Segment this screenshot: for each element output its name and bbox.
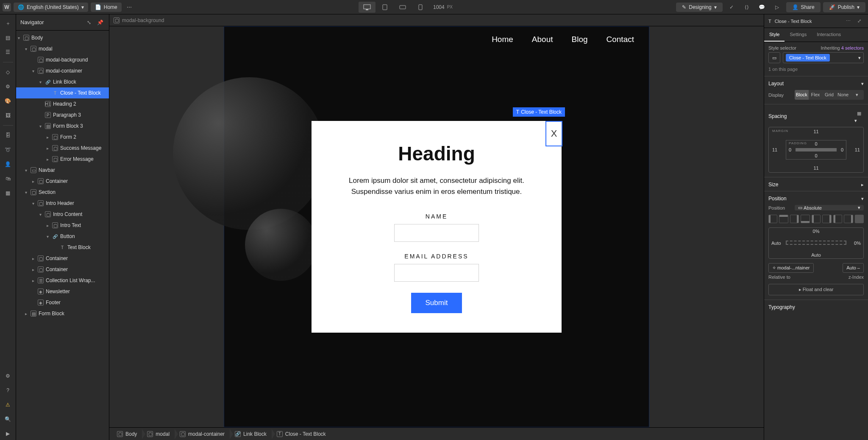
inheriting-label[interactable]: Inheriting 4 selectors — [821, 45, 864, 50]
breadcrumb-segment[interactable]: ▢modal-container — [175, 428, 231, 440]
breadcrumb-segment[interactable]: ▢modal — [143, 428, 175, 440]
help-button[interactable]: ? — [2, 384, 14, 397]
twisty-icon[interactable]: ▾ — [38, 124, 43, 129]
twisty-icon[interactable]: ▸ — [45, 157, 50, 162]
twisty-icon[interactable]: ▾ — [16, 36, 21, 40]
mode-selector[interactable]: ✎ Designing ▾ — [676, 3, 722, 12]
display-option[interactable]: Block — [795, 90, 809, 100]
nav-link[interactable]: Home — [492, 35, 513, 44]
tree-row[interactable]: ▾TClose - Text Block — [16, 87, 109, 98]
breadcrumb-segment[interactable]: TClose - Text Block — [273, 428, 332, 440]
focus-button[interactable]: ⤢ — [854, 17, 864, 26]
section-size[interactable]: Size ▸ — [764, 177, 868, 191]
publish-button[interactable]: 🚀 Publish ▾ — [823, 2, 865, 12]
padding-bottom[interactable]: 0 — [815, 153, 817, 158]
breakpoint-tablet[interactable] — [376, 2, 393, 13]
share-button[interactable]: 👤 Share — [786, 2, 821, 12]
navigator-panel-button[interactable]: ☰ — [2, 46, 14, 59]
page-selector[interactable]: 📄 Home — [91, 3, 122, 12]
chevron-down-icon[interactable]: ▾ — [858, 55, 861, 61]
tree-row[interactable]: ▸▢Form 2 — [16, 132, 109, 143]
twisty-icon[interactable]: ▾ — [23, 47, 28, 51]
users-button[interactable]: 👤 — [2, 158, 14, 171]
pages-panel-button[interactable]: ▤ — [2, 31, 14, 44]
preset-br[interactable] — [844, 215, 853, 223]
tree-row[interactable]: ▸▤Form Block — [16, 308, 109, 319]
audit-warning-icon[interactable]: ⚠ — [2, 398, 14, 411]
close-button[interactable]: X — [545, 121, 562, 146]
navigator-tree[interactable]: ▾▢Body▾▢modal▾▢modal-background▾▢modal-c… — [16, 31, 109, 440]
tree-row[interactable]: ▸▢Container — [16, 176, 109, 187]
more-settings-button[interactable]: ⋯ — [843, 17, 853, 26]
logic-button[interactable]: ➰ — [2, 143, 14, 156]
position-editor[interactable]: 0% 0% Auto Auto — [768, 227, 864, 259]
tree-row[interactable]: ▾PParagraph 3 — [16, 109, 109, 121]
twisty-icon[interactable]: ▾ — [38, 212, 43, 217]
margin-bottom[interactable]: 11 — [813, 165, 818, 171]
section-spacing[interactable]: Spacing ▦ ▾ — [764, 104, 868, 127]
assets-button[interactable]: 🖼 — [2, 109, 14, 122]
comments-icon[interactable]: 💬 — [756, 2, 768, 13]
locale-selector[interactable]: 🌐 English (United States) ▾ — [14, 3, 88, 12]
preset-right[interactable] — [790, 215, 799, 223]
canvas[interactable]: HomeAboutBlogContact T Close - Text Bloc… — [224, 26, 649, 427]
breadcrumb-segment[interactable]: 🔗Link Block — [231, 428, 273, 440]
styles-button[interactable]: 🎨 — [2, 95, 14, 107]
tree-row[interactable]: ▸▢Container — [16, 253, 109, 264]
tree-row[interactable]: ▸☰Collection List Wrap... — [16, 275, 109, 286]
apps-button[interactable]: ▦ — [2, 187, 14, 199]
twisty-icon[interactable]: ▸ — [45, 135, 50, 140]
pin-panel-button[interactable]: 📌 — [95, 18, 105, 27]
position-presets[interactable] — [768, 215, 864, 223]
more-menu[interactable]: ⋯ — [124, 4, 135, 10]
ecommerce-button[interactable]: 🛍 — [2, 172, 14, 185]
tree-row[interactable]: ▾◈Newsletter — [16, 286, 109, 297]
pos-bottom[interactable]: Auto — [811, 252, 821, 258]
variables-button[interactable]: ⚙ — [2, 80, 14, 93]
breakpoint-mobile-landscape[interactable] — [394, 2, 411, 13]
nav-link[interactable]: Contact — [606, 35, 634, 44]
twisty-icon[interactable]: ▾ — [23, 190, 28, 195]
class-input[interactable]: Close - Text Block ▾ — [783, 52, 864, 63]
section-position[interactable]: Position ▾ — [764, 191, 868, 205]
name-field[interactable] — [394, 224, 479, 242]
tree-row[interactable]: ▾▢Intro Content — [16, 209, 109, 220]
padding-right[interactable]: 0 — [841, 147, 843, 152]
tree-row[interactable]: ▸▢Container — [16, 264, 109, 275]
tab-settings[interactable]: Settings — [785, 28, 812, 42]
check-icon[interactable]: ✓ — [725, 2, 738, 13]
submit-button[interactable]: Submit — [411, 293, 462, 313]
tree-row[interactable]: ▾▢modal-container — [16, 65, 109, 76]
padding-top[interactable]: 0 — [815, 141, 817, 146]
margin-left[interactable]: 11 — [772, 147, 777, 152]
class-chip[interactable]: Close - Text Block — [786, 54, 830, 62]
tree-row[interactable]: ▾▢modal-background — [16, 54, 109, 65]
section-typography[interactable]: Typography — [764, 300, 868, 314]
pos-right[interactable]: 0% — [854, 241, 861, 246]
twisty-icon[interactable]: ▸ — [45, 223, 50, 228]
tree-row[interactable]: ▾▢Section — [16, 187, 109, 198]
padding-left[interactable]: 0 — [789, 147, 791, 152]
add-panel-button[interactable]: ＋ — [2, 17, 14, 30]
tree-row[interactable]: ▾▢Body — [16, 32, 109, 43]
preset-bottom[interactable] — [801, 215, 810, 223]
display-segment[interactable]: BlockFlexGridNone▾ — [795, 90, 864, 100]
nav-link[interactable]: Blog — [571, 35, 587, 44]
twisty-icon[interactable]: ▸ — [31, 179, 36, 184]
breakpoint-desktop[interactable] — [359, 2, 376, 13]
preset-bl[interactable] — [833, 215, 842, 223]
tree-row[interactable]: ▾◈Footer — [16, 297, 109, 308]
preset-tr[interactable] — [822, 215, 831, 223]
breadcrumb-segment[interactable]: ▢Body — [113, 428, 143, 440]
tree-row[interactable]: ▾▢modal — [16, 43, 109, 54]
display-option[interactable]: Grid — [822, 90, 836, 100]
twisty-icon[interactable]: ▸ — [31, 256, 36, 261]
pos-left[interactable]: Auto — [771, 241, 781, 246]
twisty-icon[interactable]: ▾ — [45, 234, 50, 239]
display-option[interactable]: Flex — [809, 90, 823, 100]
tab-style[interactable]: Style — [764, 28, 785, 42]
tree-row[interactable]: ▾🔗Button — [16, 231, 109, 242]
preset-top[interactable] — [779, 215, 788, 223]
relative-to-button[interactable]: ✧ modal-...ntainer — [768, 263, 814, 273]
preset-full[interactable] — [855, 215, 864, 223]
